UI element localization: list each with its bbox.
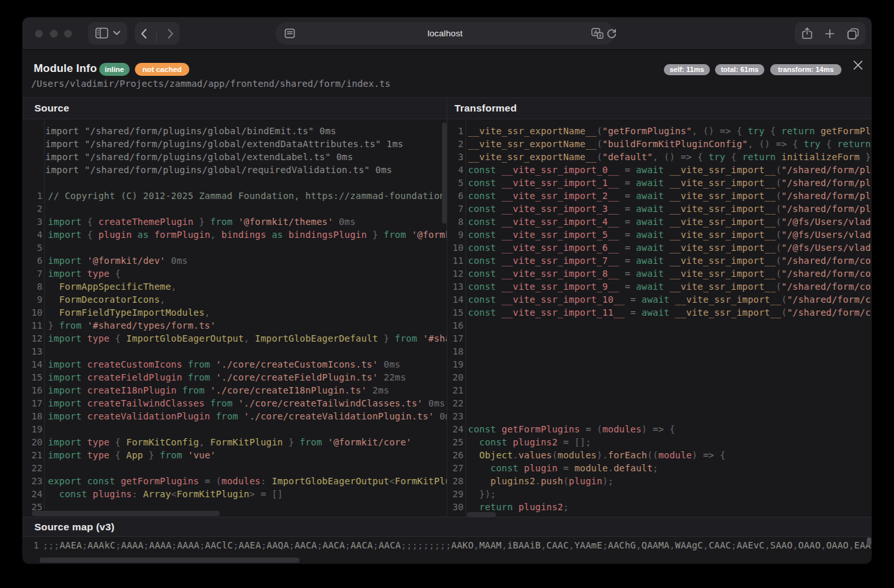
- code-line: 7const __vite_ssr_import_3__ = await __v…: [447, 202, 871, 215]
- code-line: 10const __vite_ssr_import_6__ = await __…: [447, 241, 871, 254]
- browser-window: localhost A x: [23, 18, 871, 563]
- code-line: 24 const plugins: Array<FormKitPlugin> =…: [23, 488, 447, 500]
- svg-text:x: x: [599, 33, 602, 38]
- chevron-down-icon[interactable]: [113, 30, 121, 36]
- source-vertical-scrollbar[interactable]: [442, 123, 447, 224]
- code-line: 2: [23, 202, 447, 215]
- url-text[interactable]: localhost: [276, 22, 615, 45]
- code-line: 2__vite_ssr_exportName__("buildFormKitPl…: [447, 137, 871, 150]
- sourcemap-vertical-scrollbar[interactable]: [867, 537, 871, 545]
- sourcemap-header: Source map (v3): [23, 517, 871, 537]
- code-line: 21import type { App } from 'vue': [23, 449, 447, 462]
- inline-badge: inline: [99, 63, 130, 76]
- translate-icon[interactable]: A x: [591, 28, 604, 39]
- module-file-path: /Users/vladimir/Projects/zammad/app/fron…: [31, 78, 390, 89]
- code-line: 12const __vite_ssr_import_8__ = await __…: [447, 267, 871, 280]
- code-line: 14import createCustomIcons from './core/…: [23, 358, 447, 371]
- window-close-button[interactable]: [35, 30, 43, 38]
- code-line: 4import { plugin as formPlugin, bindings…: [23, 228, 447, 241]
- not-cached-badge: not cached: [135, 63, 189, 76]
- code-line: 11const __vite_ssr_import_7__ = await __…: [447, 254, 871, 267]
- code-line: 13const __vite_ssr_import_9__ = await __…: [447, 280, 871, 293]
- code-line: 6const __vite_ssr_import_2__ = await __v…: [447, 189, 871, 202]
- code-line: 3__vite_ssr_exportName__("default", () =…: [447, 150, 871, 163]
- code-line: 10 FormFieldTypeImportModules,: [23, 306, 447, 319]
- code-line: 8const __vite_ssr_import_4__ = await __v…: [447, 215, 871, 228]
- source-code: import "/shared/form/plugins/global/bind…: [23, 124, 447, 513]
- code-line: 8 FormAppSpecificTheme,: [23, 280, 447, 293]
- module-info-header: Module Info inline not cached self: 11ms…: [23, 50, 871, 97]
- code-line: 17: [447, 332, 871, 345]
- code-line: 25 const plugins2 = [];: [447, 436, 871, 449]
- code-line: 3import { createThemePlugin } from '@for…: [23, 215, 447, 228]
- import-annotations: import "/shared/form/plugins/global/bind…: [23, 124, 447, 176]
- code-line: import "/shared/form/plugins/global/exte…: [23, 137, 447, 150]
- sourcemap-title: Source map (v3): [34, 517, 115, 536]
- code-line: 16: [447, 319, 871, 332]
- code-line: 19: [447, 358, 871, 371]
- code-line: import "/shared/form/plugins/global/bind…: [23, 124, 447, 137]
- code-line: 29 });: [447, 488, 871, 500]
- new-tab-icon[interactable]: [825, 29, 834, 38]
- code-line: 19: [23, 423, 447, 436]
- self-time-badge: self: 11ms: [664, 64, 710, 75]
- window-zoom-button[interactable]: [64, 30, 72, 38]
- sidebar-toggle-group: [88, 22, 127, 45]
- code-line: 20import type { FormKitConfig, FormKitPl…: [23, 436, 447, 449]
- tabs-icon[interactable]: [847, 28, 859, 40]
- code-line: 12import type { ImportGlobEagerOutput, I…: [23, 332, 447, 345]
- sidebar-icon[interactable]: [95, 27, 108, 39]
- page-title: Module Info: [34, 62, 97, 75]
- code-line: 1;;;AAEA;AAAkC;AAAA;AAAA;AAAA;AAClC;AAEA…: [23, 539, 871, 552]
- code-line: 23: [447, 410, 871, 423]
- total-time-badge: total: 61ms: [715, 64, 764, 75]
- browser-toolbar: localhost A x: [23, 18, 871, 50]
- code-line: 1// Copyright (C) 2012-2025 Zammad Found…: [23, 189, 447, 202]
- transformed-horizontal-scrollbar[interactable]: [467, 512, 496, 517]
- window-minimize-button[interactable]: [50, 30, 58, 38]
- source-horizontal-scrollbar[interactable]: [32, 511, 220, 516]
- transformed-code: 1__vite_ssr_exportName__("getFormPlugins…: [447, 124, 871, 513]
- code-line: 14const __vite_ssr_import_10__ = await _…: [447, 293, 871, 306]
- code-line: 6import '@formkit/dev' 0ms: [23, 254, 447, 267]
- code-line: 20: [447, 371, 871, 384]
- code-line: 15const __vite_ssr_import_11__ = await _…: [447, 306, 871, 319]
- source-code-pane[interactable]: import "/shared/form/plugins/global/bind…: [23, 119, 447, 517]
- source-pane-title: Source: [34, 98, 69, 119]
- back-icon[interactable]: [141, 29, 147, 39]
- code-line: 7import type {: [23, 267, 447, 280]
- code-line: 27 const plugin = module.default;: [447, 462, 871, 475]
- address-bar[interactable]: localhost A x: [276, 22, 615, 45]
- code-line: 9 FormDecoratorIcons,: [23, 293, 447, 306]
- transformed-code-pane[interactable]: 1__vite_ssr_exportName__("getFormPlugins…: [447, 119, 871, 517]
- toolbar-actions-group: [795, 22, 865, 45]
- code-line: 23export const getFormPlugins = (modules…: [23, 475, 447, 488]
- sourcemap-code: 1;;;AAEA;AAAkC;AAAA;AAAA;AAAA;AAClC;AAEA…: [23, 539, 871, 552]
- code-line: 28 plugins2.push(plugin);: [447, 475, 871, 488]
- share-icon[interactable]: [802, 27, 812, 40]
- code-line: 18import createValidationPlugin from './…: [23, 410, 447, 423]
- code-line: 5const __vite_ssr_import_1__ = await __v…: [447, 176, 871, 189]
- transform-time-badge: transform: 14ms: [770, 64, 841, 75]
- code-line: 16import createI18nPlugin from './core/c…: [23, 384, 447, 397]
- nav-divider: [156, 32, 157, 44]
- code-line: 4const __vite_ssr_import_0__ = await __v…: [447, 163, 871, 176]
- transformed-pane-title: Transformed: [454, 98, 517, 119]
- code-line: 21: [447, 384, 871, 397]
- sourcemap-horizontal-scrollbar[interactable]: [40, 558, 300, 563]
- code-line: 26 Object.values(modules).forEach((modul…: [447, 449, 871, 462]
- code-line: 9const __vite_ssr_import_5__ = await __v…: [447, 228, 871, 241]
- code-line: 22: [23, 462, 447, 475]
- code-line: 24const getFormPlugins = (modules) => {: [447, 423, 871, 436]
- code-line: 17import createTailwindClasses from './c…: [23, 397, 447, 410]
- code-line: 5: [23, 241, 447, 254]
- code-line: import "/shared/form/plugins/global/requ…: [23, 163, 447, 176]
- close-icon[interactable]: [853, 60, 864, 71]
- code-line: import "/shared/form/plugins/global/exte…: [23, 150, 447, 163]
- reload-icon[interactable]: [606, 28, 617, 39]
- code-line: 13: [23, 345, 447, 358]
- code-line: 18: [447, 345, 871, 358]
- forward-icon[interactable]: [167, 29, 174, 39]
- code-line: 22: [447, 397, 871, 410]
- code-line: 1__vite_ssr_exportName__("getFormPlugins…: [447, 124, 871, 137]
